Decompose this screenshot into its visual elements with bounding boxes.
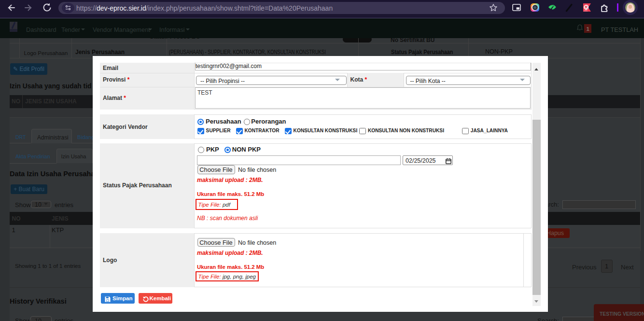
svg-text:R: R [585, 5, 588, 10]
